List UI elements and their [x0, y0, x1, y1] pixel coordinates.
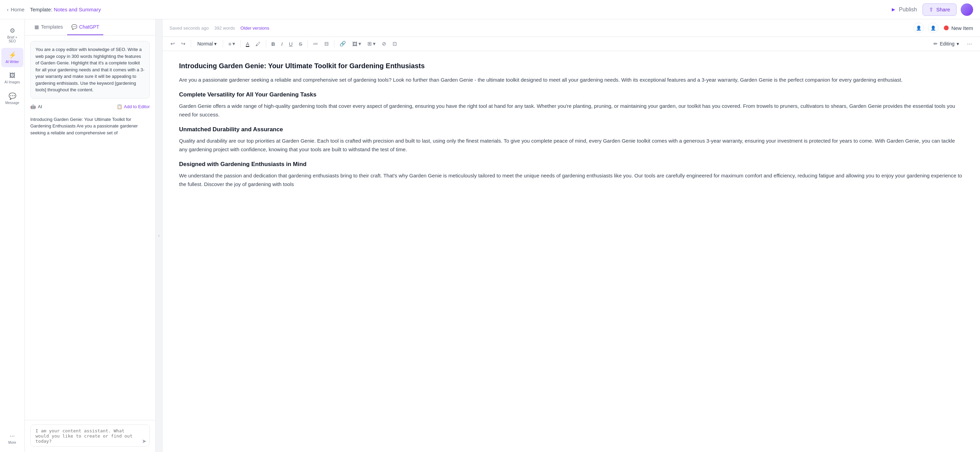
ordered-list-icon: ⊟ [325, 41, 329, 47]
share-label: Share [936, 6, 950, 13]
tab-chatgpt[interactable]: 💬 ChatGPT [67, 19, 103, 35]
ai-writer-label: AI Writer [5, 60, 19, 64]
sidebar-item-brief-seo[interactable]: ⚙ Brief + SEO [2, 24, 24, 46]
editor-heading-3: Unmatched Durability and Assurance [179, 126, 964, 133]
saved-text: Saved seconds ago [169, 25, 209, 31]
clear-format-button[interactable]: ⊘ [379, 39, 389, 49]
template-name[interactable]: Notes and Summary [54, 6, 101, 13]
strikethrough-icon: S [299, 41, 302, 47]
sidebar-more[interactable]: ··· More [2, 429, 24, 448]
ai-images-icon: 🖼 [9, 72, 16, 79]
ai-response-preview: Introducing Garden Genie: Your Ultimate … [30, 117, 138, 135]
editor-toolbar: ↩ ↪ Normal ▾ ≡ ▾ A 🖊 B [162, 37, 980, 51]
ai-writer-icon: ⚡ [9, 51, 16, 59]
new-item-label: New Item [951, 25, 973, 31]
image-button[interactable]: 🖼 ▾ [350, 39, 364, 49]
sidebar-item-message[interactable]: 💬 Message [2, 89, 24, 108]
toolbar-divider-5 [307, 40, 308, 48]
prompt-text: You are a copy editor with knowledge of … [35, 47, 145, 92]
tab-templates-label: Templates [41, 24, 63, 30]
edit-pencil-icon: ✏ [934, 41, 938, 46]
chat-send-button[interactable]: ➤ [142, 438, 146, 444]
older-versions-link[interactable]: Older versions [240, 25, 269, 31]
normal-style-label: Normal [197, 41, 213, 46]
home-label: Home [11, 6, 24, 13]
table-button[interactable]: ⊞ ▾ [365, 39, 378, 49]
new-item-button[interactable]: New Item [944, 25, 973, 31]
share-avatar-icon: 👤 [931, 25, 936, 31]
main-layout: ⚙ Brief + SEO ⚡ AI Writer 🖼 AI Images 💬 … [0, 19, 980, 452]
toolbar-divider-6 [334, 40, 334, 48]
editing-chevron: ▾ [956, 41, 959, 46]
italic-button[interactable]: I [279, 39, 285, 49]
more-format-button[interactable]: ⊡ [390, 39, 399, 49]
collapse-icon: ‹ [158, 233, 160, 238]
user-icon-1[interactable]: 👤 [913, 23, 924, 33]
message-label: Message [5, 101, 19, 105]
underline-button[interactable]: U [286, 39, 295, 49]
table-icon: ⊞ [368, 41, 372, 47]
editing-mode-button[interactable]: ✏ Editing ▾ [929, 39, 963, 48]
editor-paragraph-2: Garden Genie offers a wide range of high… [179, 102, 964, 119]
chat-input[interactable] [30, 425, 150, 447]
text-color-button[interactable]: A [243, 39, 252, 49]
toolbar-divider-3 [240, 40, 241, 48]
ai-robot-icon: 🤖 [30, 104, 36, 109]
prompt-box: You are a copy editor with knowledge of … [30, 41, 150, 99]
editor-meta-bar: Saved seconds ago 392 words Older versio… [162, 19, 980, 37]
bullet-list-button[interactable]: ≔ [310, 39, 321, 49]
editor-paragraph-4: Quality and durability are our top prior… [179, 137, 964, 154]
strikethrough-button[interactable]: S [296, 39, 305, 49]
chatgpt-icon: 💬 [71, 24, 77, 30]
home-link[interactable]: ‹ Home [7, 6, 24, 13]
image-icon: 🖼 [352, 41, 358, 47]
highlight-button[interactable]: 🖊 [253, 39, 263, 49]
publish-button[interactable]: ► Publish [885, 4, 923, 16]
ai-response-text: Introducing Garden Genie: Your Ultimate … [30, 116, 150, 137]
editor-content[interactable]: Introducing Garden Genie: Your Ultimate … [162, 51, 980, 452]
link-icon: 🔗 [339, 41, 346, 47]
chevron-left-icon: ‹ [7, 6, 9, 13]
ordered-list-button[interactable]: ⊟ [322, 39, 331, 49]
text-color-icon: A [246, 41, 249, 47]
sidebar-item-ai-writer[interactable]: ⚡ AI Writer [2, 48, 24, 67]
tab-templates[interactable]: ▦ Templates [30, 19, 67, 35]
normal-style-select[interactable]: Normal ▾ [194, 40, 220, 48]
ai-images-label: AI Images [5, 80, 20, 84]
highlight-icon: 🖊 [256, 41, 261, 47]
ellipsis-icon: ⋯ [967, 41, 972, 47]
bold-button[interactable]: B [269, 39, 278, 49]
italic-icon: I [281, 41, 283, 47]
share-icon: ⇧ [929, 6, 934, 13]
undo-button[interactable]: ↩ [168, 39, 177, 49]
user-icon-2[interactable]: 👤 [928, 23, 938, 33]
ai-label-text: AI [38, 104, 42, 109]
link-button[interactable]: 🔗 [337, 39, 348, 49]
templates-icon: ▦ [35, 24, 39, 30]
add-to-editor-button[interactable]: 📋 Add to Editor [117, 104, 150, 109]
new-item-dot [944, 25, 949, 30]
toolbar-divider-4 [266, 40, 266, 48]
more-label: More [8, 441, 16, 444]
clear-format-icon: ⊘ [382, 41, 387, 47]
collapse-handle[interactable]: ‹ [156, 19, 162, 452]
editor-heading-1: Complete Versatility for All Your Garden… [179, 91, 964, 98]
brief-seo-icon: ⚙ [10, 27, 15, 35]
align-button[interactable]: ≡ ▾ [226, 39, 238, 49]
redo-icon: ↪ [181, 41, 186, 47]
undo-icon: ↩ [170, 41, 175, 47]
icon-sidebar: ⚙ Brief + SEO ⚡ AI Writer 🖼 AI Images 💬 … [0, 19, 25, 452]
more-format-icon: ⊡ [393, 41, 397, 47]
editor-paragraph-0: Are you a passionate gardener seeking a … [179, 75, 964, 84]
brief-seo-label: Brief + SEO [3, 35, 21, 43]
share-button[interactable]: ⇧ Share [923, 3, 956, 16]
avatar[interactable] [961, 3, 973, 16]
more-options-button[interactable]: ⋯ [964, 39, 975, 49]
user-avatar-icon: 👤 [916, 25, 921, 31]
top-nav: ‹ Home Template: Notes and Summary ► Pub… [0, 0, 980, 19]
ai-label: 🤖 AI [30, 104, 42, 109]
editor-area: Saved seconds ago 392 words Older versio… [162, 19, 980, 452]
redo-button[interactable]: ↪ [179, 39, 188, 49]
add-to-editor-label: Add to Editor [124, 104, 150, 109]
sidebar-item-ai-images[interactable]: 🖼 AI Images [2, 68, 24, 88]
